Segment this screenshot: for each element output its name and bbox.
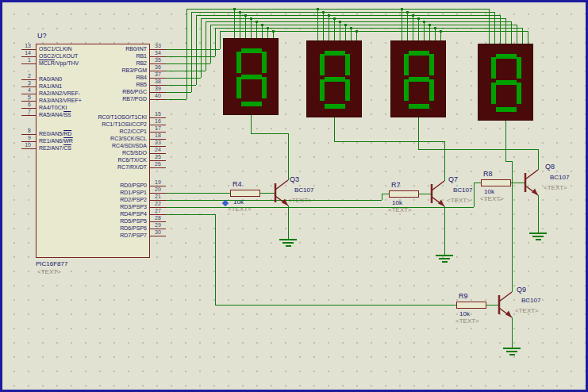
chip-pin[interactable]: [21, 115, 36, 116]
chip-pin[interactable]: [150, 167, 166, 168]
wire[interactable]: [317, 9, 318, 40]
chip-pin[interactable]: [21, 148, 36, 149]
junction-dot: [328, 14, 330, 17]
pin-number: 7: [7, 109, 31, 114]
wire[interactable]: [528, 31, 528, 44]
seven-segment-display[interactable]: [478, 44, 533, 121]
chip-pin[interactable]: [150, 99, 166, 100]
pin-name: RC1/T1OSI/CCP2: [71, 121, 147, 127]
wire[interactable]: [418, 18, 419, 40]
wire[interactable]: [494, 12, 495, 44]
resistor-body[interactable]: [389, 190, 419, 198]
schematic-canvas[interactable]: U? PIC16F877 <TEXT> R4 10k <TEXT> Q3 BC1…: [0, 0, 588, 392]
wire[interactable]: [538, 195, 539, 233]
resistor-body[interactable]: [230, 190, 260, 197]
pin-number: 18: [155, 133, 174, 138]
wire[interactable]: [512, 161, 513, 292]
wire[interactable]: [191, 12, 494, 13]
wire[interactable]: [220, 31, 221, 49]
segment-c: [429, 79, 434, 101]
wire[interactable]: [251, 115, 252, 133]
wire[interactable]: [444, 141, 445, 181]
wire[interactable]: [474, 183, 481, 183]
wire[interactable]: [429, 25, 430, 40]
junction-dot: [406, 11, 409, 13]
ground-symbol[interactable]: [279, 239, 297, 248]
wire[interactable]: [424, 21, 425, 40]
wire[interactable]: [251, 133, 288, 134]
segment-e: [236, 77, 241, 98]
junction-dot: [233, 8, 236, 10]
wire[interactable]: [288, 133, 289, 180]
chip-pin[interactable]: [150, 236, 166, 236]
wire[interactable]: [234, 9, 235, 38]
seven-segment-display[interactable]: [390, 40, 446, 117]
wire[interactable]: [522, 28, 523, 44]
wire[interactable]: [489, 9, 490, 44]
wire[interactable]: [435, 28, 436, 40]
wire[interactable]: [500, 15, 501, 44]
wire[interactable]: [215, 305, 456, 306]
wire[interactable]: [166, 193, 230, 194]
transistor-npn[interactable]: [496, 287, 515, 322]
pin-number: 17: [155, 125, 174, 131]
resistor-body[interactable]: [456, 302, 486, 309]
transistor-npn[interactable]: [429, 176, 448, 211]
wire[interactable]: [262, 25, 263, 38]
wire[interactable]: [256, 21, 257, 38]
wire[interactable]: [196, 15, 500, 16]
wire[interactable]: [201, 18, 505, 19]
seven-segment-display[interactable]: [306, 40, 362, 117]
wire[interactable]: [329, 15, 329, 40]
wire[interactable]: [407, 12, 408, 40]
wire[interactable]: [240, 12, 240, 38]
junction-dot: [267, 27, 269, 29]
wire[interactable]: [345, 25, 346, 40]
wire[interactable]: [166, 49, 220, 50]
resistor-ref: R4: [233, 181, 242, 188]
seven-segment-display[interactable]: [223, 38, 279, 115]
wire[interactable]: [402, 9, 402, 40]
wire[interactable]: [418, 149, 538, 150]
wire[interactable]: [413, 15, 413, 40]
wire[interactable]: [418, 117, 419, 149]
wire[interactable]: [201, 18, 202, 78]
wire[interactable]: [444, 206, 445, 255]
wire[interactable]: [511, 21, 512, 44]
wire[interactable]: [245, 15, 246, 38]
wire[interactable]: [191, 12, 192, 92]
segment-c: [262, 77, 267, 98]
wire[interactable]: [474, 183, 475, 207]
chip-pin[interactable]: [21, 63, 36, 64]
junction-dot: [322, 11, 325, 13]
wire[interactable]: [340, 21, 340, 40]
wire[interactable]: [251, 18, 252, 38]
transistor-npn[interactable]: [522, 165, 541, 200]
wire[interactable]: [210, 25, 211, 63]
wire[interactable]: [166, 207, 474, 208]
wire[interactable]: [351, 28, 352, 40]
wire[interactable]: [505, 121, 506, 161]
wire[interactable]: [505, 161, 512, 162]
resistor-body[interactable]: [481, 179, 511, 186]
wire[interactable]: [382, 194, 389, 194]
pin-number: 22: [155, 201, 174, 206]
wire[interactable]: [288, 206, 289, 239]
wire[interactable]: [166, 99, 186, 100]
wire[interactable]: [220, 31, 528, 32]
ground-symbol[interactable]: [529, 233, 547, 241]
wire[interactable]: [186, 9, 489, 10]
pin-name: RA4/T0CKI: [39, 105, 115, 110]
transistor-npn[interactable]: [272, 175, 291, 210]
wire[interactable]: [334, 141, 444, 142]
wire[interactable]: [505, 18, 506, 44]
wire[interactable]: [517, 25, 517, 44]
ground-symbol[interactable]: [436, 255, 453, 263]
wire[interactable]: [215, 28, 216, 56]
wire[interactable]: [334, 18, 335, 40]
wire[interactable]: [323, 12, 324, 40]
wire[interactable]: [334, 117, 335, 141]
wire[interactable]: [215, 214, 216, 305]
ground-symbol[interactable]: [503, 348, 521, 356]
ground-bar: [509, 354, 515, 355]
